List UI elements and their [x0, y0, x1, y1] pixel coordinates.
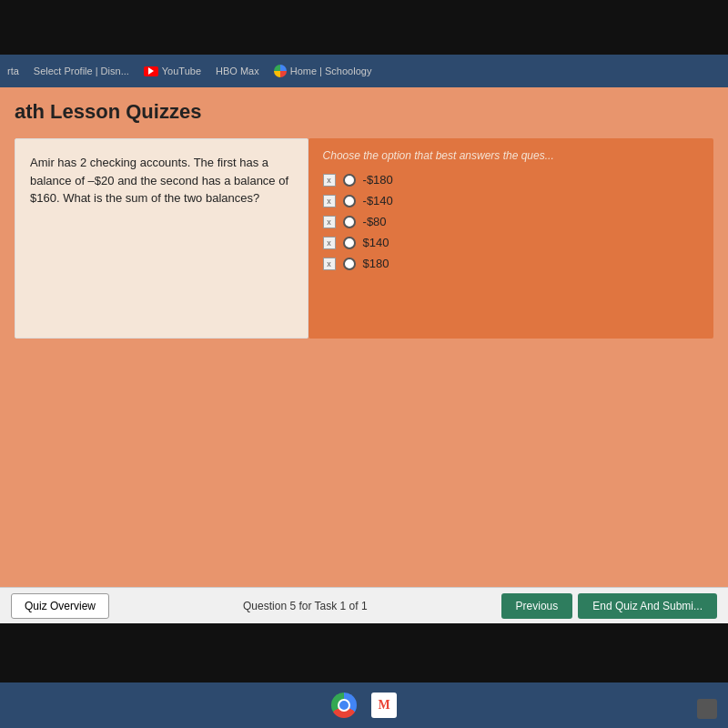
answer-options: x -$180 x -$140 x -$80 x $140 — [323, 173, 699, 270]
gmail-taskbar-icon[interactable]: M — [371, 693, 397, 718]
question-panel: Amir has 2 checking accounts. The first … — [15, 138, 308, 339]
radio-4[interactable] — [343, 237, 356, 249]
answer-panel: Choose the option that best answers the … — [308, 138, 713, 339]
tab-rta[interactable]: rta — [7, 66, 19, 76]
option-2[interactable]: x -$140 — [323, 194, 699, 207]
page-title-bar: ath Lesson Quizzes — [0, 87, 728, 131]
browser-chrome: rta Select Profile | Disn... YouTube HBO… — [0, 55, 728, 87]
option-label-1: -$180 — [363, 173, 393, 187]
checkbox-icon-5: x — [323, 258, 336, 270]
quiz-body: Amir has 2 checking accounts. The first … — [15, 138, 713, 339]
question-info: Question 5 for Task 1 of 1 — [120, 600, 490, 612]
nav-buttons: Previous End Quiz And Submi... — [501, 593, 717, 619]
bottom-black-bar — [0, 623, 728, 682]
radio-5[interactable] — [343, 258, 356, 270]
checkbox-icon-4: x — [323, 237, 336, 249]
option-label-2: -$140 — [363, 194, 393, 207]
page-title: ath Lesson Quizzes — [15, 100, 201, 123]
option-label-5: $180 — [363, 257, 389, 270]
question-text: Amir has 2 checking accounts. The first … — [30, 154, 293, 207]
chrome-taskbar-icon[interactable] — [331, 693, 357, 718]
youtube-icon — [144, 66, 158, 76]
option-4[interactable]: x $140 — [323, 236, 699, 249]
tab-profile[interactable]: Select Profile | Disn... — [34, 66, 129, 76]
option-label-3: -$80 — [363, 215, 387, 228]
checkbox-icon-1: x — [323, 174, 336, 187]
corner-taskbar-icon — [697, 699, 717, 719]
checkbox-icon-2: x — [323, 195, 336, 207]
previous-button[interactable]: Previous — [501, 593, 573, 619]
answer-instruction: Choose the option that best answers the … — [323, 149, 699, 162]
checkbox-icon-3: x — [323, 216, 336, 228]
radio-2[interactable] — [343, 195, 356, 207]
bottom-bar: Quiz Overview Question 5 for Task 1 of 1… — [0, 587, 728, 623]
tab-hbomax[interactable]: HBO Max — [216, 66, 259, 76]
radio-1[interactable] — [343, 174, 356, 187]
option-5[interactable]: x $180 — [323, 257, 699, 270]
end-quiz-button[interactable]: End Quiz And Submi... — [578, 593, 717, 619]
option-3[interactable]: x -$80 — [323, 215, 699, 228]
quiz-overview-button[interactable]: Quiz Overview — [11, 593, 109, 619]
tab-schoology[interactable]: Home | Schoology — [274, 65, 372, 77]
radio-3[interactable] — [343, 216, 356, 228]
top-black-bar — [0, 0, 728, 55]
main-content: ath Lesson Quizzes Amir has 2 checking a… — [0, 87, 728, 619]
tab-youtube[interactable]: YouTube — [144, 66, 201, 76]
taskbar: M — [0, 682, 728, 728]
google-icon — [274, 65, 287, 77]
option-label-4: $140 — [363, 236, 389, 249]
option-1[interactable]: x -$180 — [323, 173, 699, 187]
